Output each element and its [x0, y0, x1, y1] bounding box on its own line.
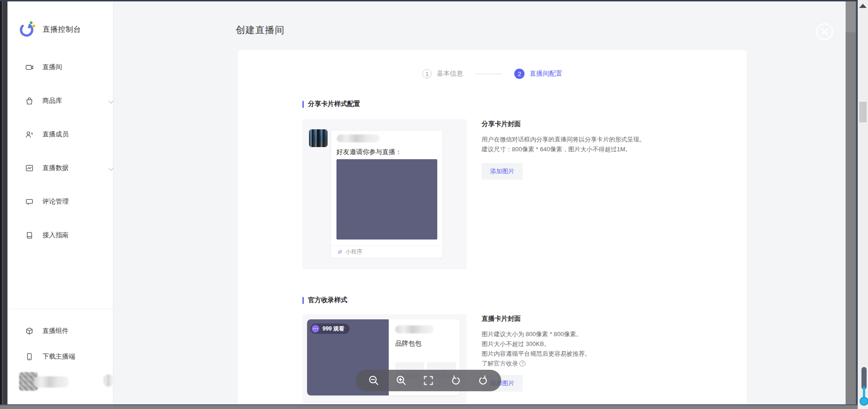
step-label: 基本信息 — [437, 70, 463, 78]
zoom-in-button[interactable] — [395, 374, 407, 387]
guide-icon — [25, 231, 34, 240]
sidebar-item-comment-management[interactable]: 评论管理 — [7, 196, 113, 208]
zoom-out-button[interactable] — [368, 374, 380, 387]
sidebar-item-live-room[interactable]: 直播间 — [7, 61, 113, 73]
comment-icon — [25, 197, 34, 206]
rotate-right-icon — [477, 375, 489, 386]
share-cover-info: 分享卡片封面 用户在微信对话框内分享的直播间将以分享卡片的形式呈现。 建议尺寸：… — [482, 120, 706, 180]
brand-logo-icon — [19, 21, 36, 38]
share-card-preview-panel: 好友邀请你参与直播： 小程序 — [302, 119, 467, 269]
image-viewer-toolbar — [356, 370, 501, 391]
sidebar-divider — [7, 309, 113, 309]
zoom-out-icon — [368, 375, 379, 386]
sidebar-item-live-members[interactable]: 直播成员 — [7, 128, 113, 141]
censored-sender-name — [337, 134, 380, 142]
info-line: 建议尺寸：800像素 * 640像素，图片大小不得超过1M。 — [482, 144, 706, 154]
sidebar-item-download-anchor-app[interactable]: 下载主播端 — [7, 351, 113, 363]
section-accent-bar — [302, 101, 304, 108]
help-icon: ? — [519, 360, 525, 367]
sidebar-item-label: 商品库 — [42, 97, 62, 105]
fullscreen-button[interactable] — [422, 374, 434, 387]
add-image-button[interactable]: 添加图片 — [482, 163, 523, 180]
share-cover-placeholder — [336, 159, 437, 240]
sidebar-item-label: 直播间 — [42, 63, 62, 71]
camera-icon — [25, 63, 34, 71]
official-listing-help-link[interactable]: 了解官方收录 ? — [482, 359, 706, 368]
rotate-right-button[interactable] — [477, 374, 489, 387]
zoom-in-icon — [396, 375, 407, 386]
scroll-up-arrow-icon[interactable] — [859, 4, 867, 8]
info-line: 图片内容遵循平台规范后更容易被推荐。 — [482, 349, 706, 359]
link-icon — [337, 249, 343, 254]
stepper: 1 基本信息 2 直播间配置 — [238, 69, 747, 79]
step-number: 2 — [514, 69, 525, 79]
mini-program-label: 小程序 — [345, 248, 362, 256]
window-bottom-bar — [0, 404, 858, 409]
sidebar-item-live-data[interactable]: 直播数据 — [7, 162, 113, 174]
info-heading: 分享卡片封面 — [482, 120, 706, 128]
members-icon — [25, 130, 34, 139]
censored-user-name — [34, 376, 69, 388]
window-top-border — [0, 0, 858, 1]
rotate-left-button[interactable] — [450, 374, 462, 387]
share-card-bubble: 好友邀请你参与直播： 小程序 — [331, 131, 442, 258]
section-title: 分享卡片样式配置 — [308, 100, 360, 108]
browser-scrollbar-thumb[interactable] — [859, 102, 867, 122]
bag-icon — [25, 97, 34, 105]
sidebar-item-live-components[interactable]: 直播组件 — [7, 325, 113, 337]
page-scrollbar-thumb[interactable] — [846, 1, 856, 32]
share-card-section-header: 分享卡片样式配置 — [302, 100, 360, 108]
brand: 直播控制台 — [19, 21, 81, 38]
censored-shop-name — [395, 325, 434, 333]
step-number: 1 — [422, 69, 432, 78]
product-title: 品牌包包 — [395, 339, 453, 348]
invite-text: 好友邀请你参与直播： — [336, 148, 402, 156]
live-status-icon — [312, 325, 319, 332]
page-scrollbar[interactable] — [846, 1, 856, 404]
chevron-down-icon — [108, 98, 113, 103]
section-accent-bar — [302, 297, 304, 304]
rotate-left-icon — [450, 375, 462, 386]
config-card: 1 基本信息 2 直播间配置 分享卡片样式配置 好友邀请你参与直播： — [238, 50, 747, 404]
censored-user-badge — [104, 374, 113, 387]
phone-icon — [25, 353, 34, 361]
sidebar-item-label: 下载主播端 — [42, 353, 75, 361]
pen-cursor-icon — [860, 367, 868, 409]
info-line: 图片建议大小为 800像素 * 800像素。 — [482, 329, 706, 339]
window-left-edge — [0, 0, 7, 405]
sidebar-item-label: 评论管理 — [42, 197, 69, 206]
user-account-row[interactable] — [7, 371, 113, 392]
step-connector — [475, 74, 502, 74]
official-style-section-header: 官方收录样式 — [302, 296, 347, 304]
viewers-badge: 999 观看 — [310, 324, 350, 334]
chevron-down-icon — [108, 165, 113, 170]
sidebar-item-label: 直播数据 — [42, 164, 69, 172]
info-heading: 直播卡片封面 — [482, 315, 706, 323]
close-button[interactable] — [816, 23, 833, 41]
sidebar-item-label: 接入指南 — [42, 231, 69, 240]
sidebar-item-product-library[interactable]: 商品库 — [7, 95, 113, 107]
create-live-room-page: 创建直播间 1 基本信息 2 直播间配置 — [113, 1, 846, 404]
close-icon — [816, 23, 833, 41]
screen: 直播控制台 直播间 商品库 直播成员 直播数据 — [0, 0, 868, 409]
live-cover-info: 直播卡片封面 图片建议大小为 800像素 * 800像素。 图片大小不超过 30… — [482, 315, 706, 392]
chart-icon — [25, 164, 34, 172]
cube-icon — [25, 327, 34, 335]
step-room-config: 2 直播间配置 — [514, 69, 562, 79]
chat-avatar-image — [309, 129, 328, 147]
info-line: 用户在微信对话框内分享的直播间将以分享卡片的形式呈现。 — [482, 134, 706, 144]
page-title: 创建直播间 — [236, 24, 285, 36]
sidebar-item-integration-guide[interactable]: 接入指南 — [7, 229, 113, 241]
step-label: 直播间配置 — [530, 70, 562, 78]
browser-scrollbar[interactable] — [858, 0, 868, 409]
viewers-count: 999 观看 — [322, 325, 344, 333]
help-link-label: 了解官方收录 — [482, 359, 518, 368]
sidebar-item-label: 直播组件 — [42, 327, 69, 335]
step-basic-info: 1 基本信息 — [422, 69, 463, 78]
sidebar-item-label: 直播成员 — [42, 130, 69, 139]
section-title: 官方收录样式 — [308, 296, 347, 304]
fullscreen-icon — [423, 375, 434, 386]
sidebar: 直播控制台 直播间 商品库 直播成员 直播数据 — [7, 1, 113, 404]
share-card-footer: 小程序 — [331, 246, 442, 258]
info-line: 图片大小不超过 300KB。 — [482, 339, 706, 349]
